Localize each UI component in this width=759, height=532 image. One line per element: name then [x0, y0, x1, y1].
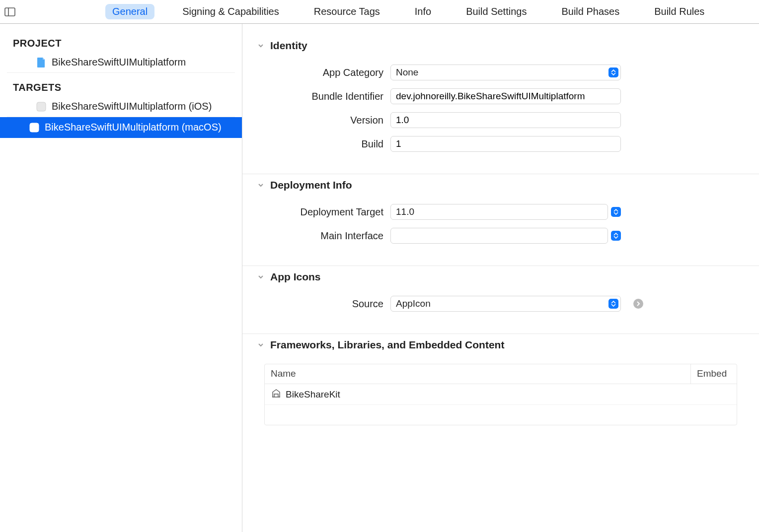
frameworks-empty-row: [265, 405, 737, 425]
section-title: Frameworks, Libraries, and Embedded Cont…: [270, 339, 504, 351]
sidebar-project-item[interactable]: BikeShareSwiftUIMultiplatform: [7, 52, 235, 73]
editor-pane: Identity App Category None Bundle Identi…: [242, 24, 759, 532]
section-title: Identity: [270, 40, 307, 52]
frameworks-col-name[interactable]: Name: [265, 364, 691, 384]
version-input[interactable]: [396, 115, 615, 126]
app-category-label: App Category: [275, 67, 383, 78]
sidebar-heading-targets: TARGETS: [0, 79, 242, 96]
chevron-down-icon[interactable]: [257, 42, 264, 49]
chevron-down-icon[interactable]: [257, 273, 264, 280]
project-sidebar: PROJECT BikeShareSwiftUIMultiplatform TA…: [0, 24, 242, 532]
app-category-select[interactable]: None: [390, 65, 621, 80]
svg-point-4: [633, 299, 643, 309]
top-tab-bar: GeneralSigning & CapabilitiesResource Ta…: [0, 0, 759, 24]
section-deployment: Deployment Info Deployment Target 11.0: [242, 174, 759, 266]
tab-signing-capabilities[interactable]: Signing & Capabilities: [175, 4, 286, 19]
chevron-down-icon[interactable]: [257, 182, 264, 189]
tab-resource-tags[interactable]: Resource Tags: [307, 4, 387, 19]
xcodeproj-icon: [36, 57, 47, 68]
updown-icon: [608, 299, 618, 309]
svg-rect-2: [37, 102, 46, 111]
appicon-source-select[interactable]: AppIcon: [390, 296, 621, 312]
sidebar-target-label: BikeShareSwiftUIMultiplatform (iOS): [52, 101, 212, 112]
tab-general[interactable]: General: [105, 4, 154, 19]
app-icon: [29, 122, 40, 133]
bundle-id-field[interactable]: [390, 88, 621, 104]
version-label: Version: [275, 115, 383, 126]
bundle-id-label: Bundle Identifier: [275, 91, 383, 102]
section-frameworks: Frameworks, Libraries, and Embedded Cont…: [242, 334, 759, 439]
sidebar-toggle-icon[interactable]: [4, 6, 16, 18]
main-interface-field[interactable]: [390, 228, 608, 244]
build-field[interactable]: [390, 136, 621, 152]
section-title: App Icons: [270, 271, 321, 283]
updown-icon[interactable]: [611, 231, 621, 241]
appicon-source-label: Source: [275, 298, 383, 310]
sidebar-target-item[interactable]: BikeShareSwiftUIMultiplatform (macOS): [0, 117, 242, 138]
section-identity: Identity App Category None Bundle Identi…: [242, 35, 759, 174]
deploy-target-label: Deployment Target: [275, 206, 383, 218]
framework-row[interactable]: BikeShareKit: [265, 384, 737, 405]
sidebar-heading-project: PROJECT: [0, 35, 242, 52]
section-title: Deployment Info: [270, 179, 352, 191]
bundle-id-input[interactable]: [396, 91, 615, 102]
main-interface-label: Main Interface: [275, 230, 383, 242]
tab-info[interactable]: Info: [408, 4, 438, 19]
tab-build-rules[interactable]: Build Rules: [647, 4, 711, 19]
section-appicons: App Icons Source AppIcon: [242, 266, 759, 334]
app-icon: [36, 101, 47, 112]
updown-icon[interactable]: [611, 207, 621, 217]
library-icon: [271, 388, 282, 401]
version-field[interactable]: [390, 112, 621, 128]
tab-build-settings[interactable]: Build Settings: [459, 4, 533, 19]
build-input[interactable]: [396, 138, 615, 149]
tab-build-phases[interactable]: Build Phases: [554, 4, 626, 19]
sidebar-target-item[interactable]: BikeShareSwiftUIMultiplatform (iOS): [7, 96, 235, 117]
framework-name: BikeShareKit: [286, 389, 340, 400]
chevron-down-icon[interactable]: [257, 341, 264, 348]
sidebar-project-label: BikeShareSwiftUIMultiplatform: [52, 57, 186, 68]
sidebar-target-label: BikeShareSwiftUIMultiplatform (macOS): [45, 122, 222, 133]
updown-icon: [608, 67, 618, 77]
svg-rect-3: [30, 123, 39, 132]
svg-rect-0: [5, 8, 15, 16]
build-label: Build: [275, 138, 383, 150]
arrow-circle-right-icon[interactable]: [633, 298, 644, 309]
deploy-target-field[interactable]: 11.0: [390, 204, 608, 220]
frameworks-col-embed[interactable]: Embed: [691, 364, 737, 384]
frameworks-table: Name Embed BikeShareKit: [264, 364, 737, 425]
